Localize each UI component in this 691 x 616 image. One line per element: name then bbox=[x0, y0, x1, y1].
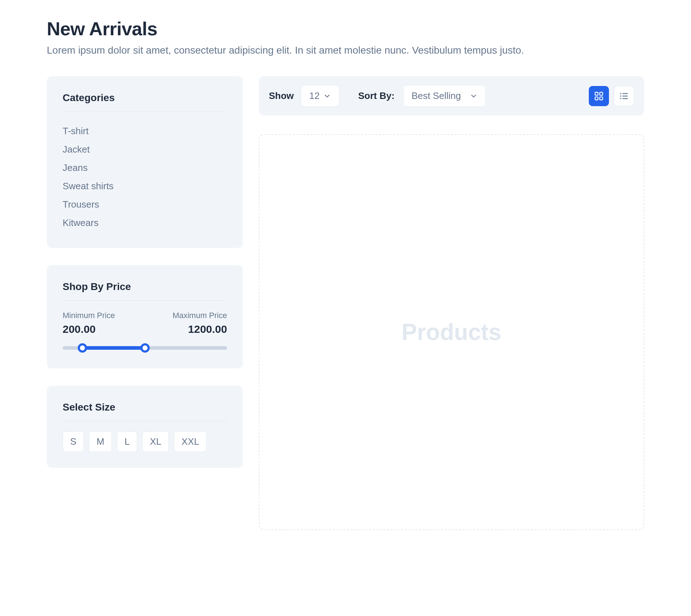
category-item-jeans[interactable]: Jeans bbox=[63, 159, 227, 177]
page-title: New Arrivals bbox=[47, 18, 662, 40]
products-placeholder-text: Products bbox=[402, 319, 501, 345]
svg-rect-5 bbox=[622, 93, 628, 94]
category-item-trousers[interactable]: Trousers bbox=[63, 195, 227, 214]
svg-point-8 bbox=[620, 98, 622, 99]
show-select-value: 12 bbox=[309, 90, 320, 101]
svg-rect-9 bbox=[622, 98, 628, 99]
price-card: Shop By Price Minimum Price 200.00 Maxim… bbox=[47, 265, 243, 368]
price-title: Shop By Price bbox=[63, 281, 227, 301]
categories-list: T-shirt Jacket Jeans Sweat shirts Trouse… bbox=[63, 122, 227, 232]
show-select[interactable]: 12 bbox=[301, 85, 339, 107]
grid-icon bbox=[594, 91, 604, 101]
categories-title: Categories bbox=[63, 92, 227, 112]
svg-point-6 bbox=[620, 95, 622, 97]
size-option-m[interactable]: M bbox=[89, 431, 112, 452]
svg-rect-3 bbox=[600, 97, 602, 100]
categories-card: Categories T-shirt Jacket Jeans Sweat sh… bbox=[47, 76, 243, 248]
page-subtitle: Lorem ipsum dolor sit amet, consectetur … bbox=[47, 45, 662, 56]
size-title: Select Size bbox=[63, 402, 227, 421]
sort-select[interactable]: Best Selling bbox=[403, 85, 486, 107]
max-price-label: Maximum Price bbox=[172, 311, 227, 320]
svg-rect-2 bbox=[595, 97, 598, 100]
category-item-jacket[interactable]: Jacket bbox=[63, 140, 227, 159]
list-icon bbox=[619, 91, 629, 101]
toolbar: Show 12 Sort By: Best Selling bbox=[259, 76, 644, 116]
grid-view-button[interactable] bbox=[589, 86, 609, 106]
price-slider-fill bbox=[82, 346, 145, 350]
show-label: Show bbox=[269, 90, 294, 101]
category-item-kitwears[interactable]: Kitwears bbox=[63, 214, 227, 232]
size-option-l[interactable]: L bbox=[117, 431, 137, 452]
size-card: Select Size S M L XL XXL bbox=[47, 386, 243, 468]
svg-rect-7 bbox=[622, 95, 628, 96]
svg-rect-0 bbox=[595, 92, 598, 95]
svg-point-4 bbox=[620, 93, 622, 94]
min-price-label: Minimum Price bbox=[63, 311, 115, 320]
min-price-value: 200.00 bbox=[63, 323, 115, 335]
price-slider-max-handle[interactable] bbox=[140, 343, 150, 353]
size-option-xxl[interactable]: XXL bbox=[174, 431, 207, 452]
size-option-xl[interactable]: XL bbox=[142, 431, 169, 452]
price-slider[interactable] bbox=[63, 346, 227, 350]
price-slider-min-handle[interactable] bbox=[78, 343, 87, 353]
category-item-sweat-shirts[interactable]: Sweat shirts bbox=[63, 177, 227, 195]
svg-rect-1 bbox=[600, 92, 602, 95]
chevron-down-icon bbox=[323, 92, 331, 100]
category-item-tshirt[interactable]: T-shirt bbox=[63, 122, 227, 140]
size-option-s[interactable]: S bbox=[63, 431, 84, 452]
sort-label: Sort By: bbox=[358, 90, 394, 101]
sort-select-value: Best Selling bbox=[411, 90, 461, 101]
max-price-value: 1200.00 bbox=[172, 323, 227, 335]
products-placeholder: Products bbox=[259, 134, 644, 530]
chevron-down-icon bbox=[470, 92, 478, 100]
list-view-button[interactable] bbox=[614, 86, 634, 106]
